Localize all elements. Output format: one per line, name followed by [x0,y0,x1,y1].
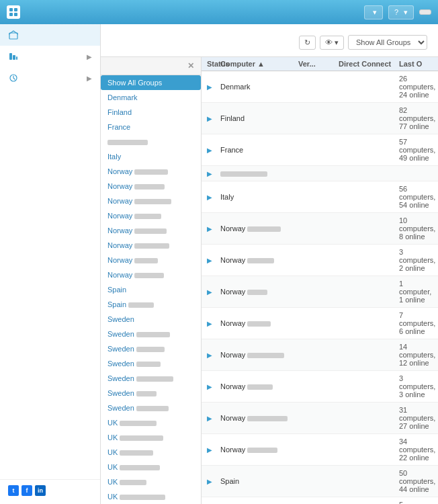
computer-info: 7 computers, 6 online [399,311,433,335]
table-row[interactable]: ▶ Norway 3 computers, 3 online [202,371,438,403]
group-item[interactable]: Sweden [101,401,201,415]
group-item[interactable]: UK [101,489,201,504]
group-item[interactable]: Norway [101,164,201,179]
computer-info: 14 computers, 12 online [399,343,433,367]
svg-rect-1 [14,8,17,11]
table-row[interactable]: ▶ Norway 31 computers, 27 online [202,403,438,434]
computer-label: Norway [220,256,298,264]
group-item[interactable]: UK [101,415,201,430]
content-area: ↻ 👁 ▾ Show All Groups ✕ Show All GroupsD… [101,24,438,504]
group-item[interactable]: Denmark [101,90,201,105]
refresh-button[interactable]: ↻ [299,36,316,50]
svg-rect-6 [13,55,15,60]
table-row[interactable]: ▶ Norway 10 computers, 8 online [202,213,438,245]
group-item[interactable]: Italy [101,149,201,164]
computer-label: Denmark [220,83,298,91]
group-item[interactable]: France [101,120,201,134]
group-item[interactable]: Sweden [101,327,201,341]
group-item[interactable]: UK [101,460,201,474]
close-panel-button[interactable]: ✕ [187,61,194,71]
computer-label: Norway [220,414,298,422]
svg-rect-3 [14,13,17,16]
computer-label: Norway [220,446,298,454]
table-row[interactable]: ▶ Italy 56 computers, 54 online [202,181,438,213]
chevron-down-icon: ▾ [335,38,339,47]
computer-info: 5 computers, 2 online [399,501,433,504]
split-content: ✕ Show All GroupsDenmarkFinlandFranceIta… [101,57,438,504]
groups-panel: ✕ Show All GroupsDenmarkFinlandFranceIta… [101,57,202,504]
computer-info: 34 computers, 22 online [399,437,433,462]
sidebar-item-reports[interactable]: ▶ [0,46,100,67]
computer-label: Norway [220,382,298,390]
group-item[interactable]: Sweden [101,341,201,356]
computer-info: 3 computers, 2 online [399,248,433,272]
group-item[interactable]: Sweden [101,312,201,327]
table-row[interactable]: ▶ Norway 34 computers, 22 online [202,434,438,466]
svg-rect-0 [9,8,13,11]
main-layout: ▶ ▶ t f in [0,24,438,504]
group-item[interactable]: Sweden [101,386,201,401]
table-row[interactable]: ▶ [202,166,438,181]
group-item[interactable]: Sweden [101,356,201,371]
svg-rect-4 [9,33,17,39]
computer-info: 50 computers, 44 online [399,469,433,493]
help-button[interactable]: ? ▾ [388,5,414,19]
computer-label: Norway [220,319,298,327]
question-icon: ? [394,8,398,16]
computer-info: 1 computer, 1 online [399,280,433,304]
facebook-icon[interactable]: f [21,485,32,496]
computer-info: 10 computers, 8 online [399,216,433,241]
computer-info: 82 computers, 77 online [399,106,433,130]
table-row[interactable]: ▶ Denmark 26 computers, 24 online [202,71,438,103]
computer-info: 26 computers, 24 online [399,75,433,99]
group-item[interactable]: Norway [101,208,201,223]
group-item[interactable]: Norway [101,179,201,194]
toolbar: ↻ 👁 ▾ Show All Groups [112,35,427,52]
table-row[interactable]: ▶ Spain 50 computers, 44 online [202,466,438,497]
group-item[interactable]: Norway [101,194,201,208]
group-item[interactable]: Spain [101,282,201,297]
logo-icon [7,5,20,19]
linkedin-icon[interactable]: in [35,485,46,496]
group-item[interactable]: UK [101,445,201,460]
group-item[interactable]: Show All Groups [101,75,201,90]
computer-label: Italy [220,193,298,201]
sidebar-item-backup[interactable]: ▶ [0,67,100,89]
computer-label: Norway [220,224,298,233]
group-item[interactable] [101,134,201,149]
group-item[interactable]: Norway [101,267,201,282]
twitter-icon[interactable]: t [8,485,19,496]
group-select[interactable]: Show All Groups [348,35,427,50]
sidebar-item-home[interactable] [0,24,100,46]
svg-rect-5 [9,53,12,60]
col-computer[interactable]: Computer ▲ [220,60,298,68]
group-item[interactable]: Norway [101,253,201,267]
logout-button[interactable] [419,9,431,15]
view-options-button[interactable]: 👁 ▾ [320,36,344,50]
group-item[interactable]: Finland [101,105,201,120]
table-row[interactable]: ▶ Norway 7 computers, 6 online [202,308,438,339]
table-row[interactable]: ▶ France 57 computers, 49 online [202,134,438,166]
group-item[interactable]: UK [101,430,201,445]
group-item[interactable]: Norway [101,238,201,253]
groups-list: Show All GroupsDenmarkFinlandFranceItaly… [101,75,201,504]
logo [7,5,24,19]
svg-rect-2 [9,13,13,16]
col-last: Last O [399,60,433,68]
group-item[interactable]: Spain [101,297,201,312]
group-item[interactable]: Norway [101,223,201,238]
computer-info: 57 computers, 49 online [399,138,433,162]
table-row[interactable]: ▶ Finland 82 computers, 77 online [202,103,438,134]
col-direct-connect: Direct Connect [339,60,399,68]
table-row[interactable]: ▶ Norway 1 computer, 1 online [202,276,438,308]
user-menu-button[interactable]: ▾ [364,5,383,19]
table-row[interactable]: ▶ Norway 3 computers, 2 online [202,245,438,276]
group-item[interactable]: UK [101,474,201,489]
chevron-down-icon: ▾ [404,8,408,17]
group-item[interactable]: Sweden [101,371,201,386]
computer-label [220,169,298,177]
table-area: Status Computer ▲ Ver... Direct Connect … [202,57,438,504]
table-row[interactable]: ▶ Spain 5 computers, 2 online [202,497,438,504]
sidebar: ▶ ▶ t f in [0,24,101,504]
table-row[interactable]: ▶ Norway 14 computers, 12 online [202,339,438,371]
